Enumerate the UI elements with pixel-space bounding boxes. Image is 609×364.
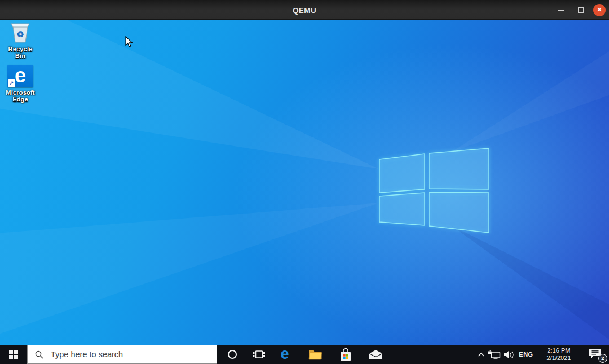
recycle-symbol: ♻ — [16, 29, 24, 39]
search-icon — [35, 350, 43, 359]
action-center-button[interactable]: 2 — [585, 345, 608, 364]
desktop-icon-microsoft-edge[interactable]: e ↗ Microsoft Edge — [4, 65, 37, 103]
close-icon: ✕ — [597, 7, 602, 13]
store-icon — [339, 348, 352, 362]
taskbar-store-button[interactable] — [333, 345, 358, 364]
tray-network-button[interactable] — [487, 345, 501, 364]
taskbar-task-view-button[interactable] — [246, 345, 271, 364]
edge-logo-glyph: e — [15, 65, 26, 86]
tray-clock[interactable]: 2:16 PM 2/1/2021 — [541, 345, 576, 364]
taskbar-file-explorer-button[interactable] — [303, 345, 328, 364]
windows-start-icon — [9, 350, 19, 359]
minimize-icon — [558, 10, 564, 11]
titlebar[interactable]: QEMU ✕ — [0, 0, 609, 20]
taskbar-cortana-button[interactable] — [220, 345, 245, 364]
edge-tile-icon: e ↗ — [7, 65, 33, 87]
tray-show-hidden-icons[interactable] — [475, 345, 487, 364]
qemu-window: QEMU ✕ ♻ — [0, 0, 609, 364]
close-button[interactable]: ✕ — [593, 4, 606, 16]
search-input[interactable] — [50, 349, 217, 359]
maximize-icon — [578, 7, 584, 13]
file-explorer-icon — [308, 349, 323, 360]
notification-badge: 2 — [598, 354, 607, 363]
language-label: ENG — [519, 351, 533, 358]
taskbar-mail-button[interactable] — [363, 345, 388, 364]
clock-date: 2/1/2021 — [547, 354, 571, 362]
cortana-icon — [228, 350, 237, 359]
clock-time: 2:16 PM — [547, 347, 571, 354]
taskbar: e — [0, 345, 609, 364]
tray-volume-button[interactable] — [502, 345, 517, 364]
minimize-button[interactable] — [554, 3, 568, 17]
start-button[interactable] — [0, 345, 27, 364]
taskbar-search[interactable] — [27, 345, 217, 364]
window-title: QEMU — [0, 0, 609, 20]
notification-count: 2 — [601, 356, 604, 361]
shortcut-arrow-icon: ↗ — [8, 79, 15, 87]
desktop[interactable]: ♻ Recycle Bin e ↗ Microsoft Edge — [0, 20, 609, 345]
chevron-up-icon — [478, 352, 485, 357]
maximize-button[interactable] — [573, 3, 588, 17]
windows-wallpaper-logo — [0, 20, 609, 345]
ethernet-network-icon — [488, 350, 501, 359]
desktop-icon-label: Recycle Bin — [2, 46, 38, 59]
taskbar-edge-button[interactable]: e — [272, 345, 297, 364]
desktop-icon-label: Microsoft Edge — [4, 89, 37, 103]
recycle-bin-icon: ♻ — [8, 21, 32, 44]
mail-icon — [369, 349, 383, 360]
tray-language-indicator[interactable]: ENG — [517, 345, 536, 364]
desktop-icon-recycle-bin[interactable]: ♻ Recycle Bin — [2, 21, 38, 59]
window-controls: ✕ — [554, 0, 606, 20]
speaker-icon — [504, 350, 515, 359]
edge-icon: e — [280, 347, 289, 362]
task-view-icon — [253, 349, 266, 359]
